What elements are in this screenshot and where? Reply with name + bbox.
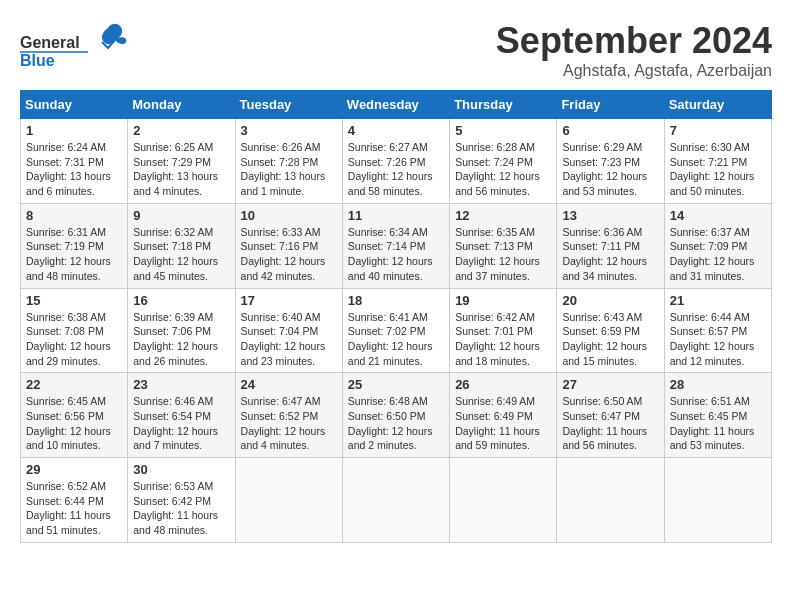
- day-number: 30: [133, 462, 229, 477]
- day-info: Sunrise: 6:53 AM Sunset: 6:42 PM Dayligh…: [133, 479, 229, 538]
- calendar-cell: 9 Sunrise: 6:32 AM Sunset: 7:18 PM Dayli…: [128, 203, 235, 288]
- day-info: Sunrise: 6:46 AM Sunset: 6:54 PM Dayligh…: [133, 394, 229, 453]
- calendar-cell: 20 Sunrise: 6:43 AM Sunset: 6:59 PM Dayl…: [557, 288, 664, 373]
- day-info: Sunrise: 6:32 AM Sunset: 7:18 PM Dayligh…: [133, 225, 229, 284]
- day-header-monday: Monday: [128, 91, 235, 119]
- day-info: Sunrise: 6:41 AM Sunset: 7:02 PM Dayligh…: [348, 310, 444, 369]
- calendar-cell: 17 Sunrise: 6:40 AM Sunset: 7:04 PM Dayl…: [235, 288, 342, 373]
- logo: General Blue: [20, 20, 130, 72]
- page-header: General Blue September 2024 Aghstafa, Ag…: [20, 20, 772, 80]
- day-header-saturday: Saturday: [664, 91, 771, 119]
- calendar-cell: 3 Sunrise: 6:26 AM Sunset: 7:28 PM Dayli…: [235, 119, 342, 204]
- calendar-cell: 22 Sunrise: 6:45 AM Sunset: 6:56 PM Dayl…: [21, 373, 128, 458]
- day-info: Sunrise: 6:39 AM Sunset: 7:06 PM Dayligh…: [133, 310, 229, 369]
- day-number: 5: [455, 123, 551, 138]
- day-number: 26: [455, 377, 551, 392]
- day-info: Sunrise: 6:27 AM Sunset: 7:26 PM Dayligh…: [348, 140, 444, 199]
- day-number: 9: [133, 208, 229, 223]
- calendar-cell: 15 Sunrise: 6:38 AM Sunset: 7:08 PM Dayl…: [21, 288, 128, 373]
- calendar-week-row: 1 Sunrise: 6:24 AM Sunset: 7:31 PM Dayli…: [21, 119, 772, 204]
- day-number: 4: [348, 123, 444, 138]
- day-info: Sunrise: 6:25 AM Sunset: 7:29 PM Dayligh…: [133, 140, 229, 199]
- logo-svg: General Blue: [20, 20, 130, 72]
- calendar-cell: 12 Sunrise: 6:35 AM Sunset: 7:13 PM Dayl…: [450, 203, 557, 288]
- calendar-cell: 13 Sunrise: 6:36 AM Sunset: 7:11 PM Dayl…: [557, 203, 664, 288]
- day-header-wednesday: Wednesday: [342, 91, 449, 119]
- calendar-cell: 10 Sunrise: 6:33 AM Sunset: 7:16 PM Dayl…: [235, 203, 342, 288]
- calendar-table: SundayMondayTuesdayWednesdayThursdayFrid…: [20, 90, 772, 543]
- day-info: Sunrise: 6:28 AM Sunset: 7:24 PM Dayligh…: [455, 140, 551, 199]
- calendar-cell: 8 Sunrise: 6:31 AM Sunset: 7:19 PM Dayli…: [21, 203, 128, 288]
- day-info: Sunrise: 6:31 AM Sunset: 7:19 PM Dayligh…: [26, 225, 122, 284]
- day-info: Sunrise: 6:33 AM Sunset: 7:16 PM Dayligh…: [241, 225, 337, 284]
- calendar-cell: 6 Sunrise: 6:29 AM Sunset: 7:23 PM Dayli…: [557, 119, 664, 204]
- day-info: Sunrise: 6:37 AM Sunset: 7:09 PM Dayligh…: [670, 225, 766, 284]
- calendar-cell: 25 Sunrise: 6:48 AM Sunset: 6:50 PM Dayl…: [342, 373, 449, 458]
- day-info: Sunrise: 6:24 AM Sunset: 7:31 PM Dayligh…: [26, 140, 122, 199]
- calendar-cell: 19 Sunrise: 6:42 AM Sunset: 7:01 PM Dayl…: [450, 288, 557, 373]
- day-number: 24: [241, 377, 337, 392]
- day-info: Sunrise: 6:47 AM Sunset: 6:52 PM Dayligh…: [241, 394, 337, 453]
- calendar-cell: 30 Sunrise: 6:53 AM Sunset: 6:42 PM Dayl…: [128, 458, 235, 543]
- day-number: 28: [670, 377, 766, 392]
- day-info: Sunrise: 6:45 AM Sunset: 6:56 PM Dayligh…: [26, 394, 122, 453]
- calendar-cell: 21 Sunrise: 6:44 AM Sunset: 6:57 PM Dayl…: [664, 288, 771, 373]
- day-header-friday: Friday: [557, 91, 664, 119]
- calendar-cell: 7 Sunrise: 6:30 AM Sunset: 7:21 PM Dayli…: [664, 119, 771, 204]
- calendar-cell: 4 Sunrise: 6:27 AM Sunset: 7:26 PM Dayli…: [342, 119, 449, 204]
- day-number: 12: [455, 208, 551, 223]
- calendar-cell: [235, 458, 342, 543]
- day-info: Sunrise: 6:42 AM Sunset: 7:01 PM Dayligh…: [455, 310, 551, 369]
- calendar-cell: 23 Sunrise: 6:46 AM Sunset: 6:54 PM Dayl…: [128, 373, 235, 458]
- calendar-week-row: 8 Sunrise: 6:31 AM Sunset: 7:19 PM Dayli…: [21, 203, 772, 288]
- calendar-cell: [342, 458, 449, 543]
- calendar-cell: [450, 458, 557, 543]
- day-number: 13: [562, 208, 658, 223]
- day-info: Sunrise: 6:38 AM Sunset: 7:08 PM Dayligh…: [26, 310, 122, 369]
- calendar-cell: 2 Sunrise: 6:25 AM Sunset: 7:29 PM Dayli…: [128, 119, 235, 204]
- calendar-week-row: 22 Sunrise: 6:45 AM Sunset: 6:56 PM Dayl…: [21, 373, 772, 458]
- location: Aghstafa, Agstafa, Azerbaijan: [496, 62, 772, 80]
- day-number: 8: [26, 208, 122, 223]
- day-info: Sunrise: 6:40 AM Sunset: 7:04 PM Dayligh…: [241, 310, 337, 369]
- day-info: Sunrise: 6:30 AM Sunset: 7:21 PM Dayligh…: [670, 140, 766, 199]
- calendar-week-row: 15 Sunrise: 6:38 AM Sunset: 7:08 PM Dayl…: [21, 288, 772, 373]
- day-info: Sunrise: 6:26 AM Sunset: 7:28 PM Dayligh…: [241, 140, 337, 199]
- day-number: 16: [133, 293, 229, 308]
- calendar-cell: 11 Sunrise: 6:34 AM Sunset: 7:14 PM Dayl…: [342, 203, 449, 288]
- day-number: 3: [241, 123, 337, 138]
- calendar-cell: 27 Sunrise: 6:50 AM Sunset: 6:47 PM Dayl…: [557, 373, 664, 458]
- day-info: Sunrise: 6:36 AM Sunset: 7:11 PM Dayligh…: [562, 225, 658, 284]
- day-number: 17: [241, 293, 337, 308]
- day-number: 23: [133, 377, 229, 392]
- calendar-cell: 24 Sunrise: 6:47 AM Sunset: 6:52 PM Dayl…: [235, 373, 342, 458]
- day-number: 21: [670, 293, 766, 308]
- day-info: Sunrise: 6:35 AM Sunset: 7:13 PM Dayligh…: [455, 225, 551, 284]
- day-number: 27: [562, 377, 658, 392]
- day-info: Sunrise: 6:48 AM Sunset: 6:50 PM Dayligh…: [348, 394, 444, 453]
- day-number: 25: [348, 377, 444, 392]
- calendar-cell: 26 Sunrise: 6:49 AM Sunset: 6:49 PM Dayl…: [450, 373, 557, 458]
- day-number: 10: [241, 208, 337, 223]
- day-info: Sunrise: 6:51 AM Sunset: 6:45 PM Dayligh…: [670, 394, 766, 453]
- day-info: Sunrise: 6:49 AM Sunset: 6:49 PM Dayligh…: [455, 394, 551, 453]
- day-header-tuesday: Tuesday: [235, 91, 342, 119]
- day-header-thursday: Thursday: [450, 91, 557, 119]
- day-number: 2: [133, 123, 229, 138]
- day-info: Sunrise: 6:43 AM Sunset: 6:59 PM Dayligh…: [562, 310, 658, 369]
- day-info: Sunrise: 6:50 AM Sunset: 6:47 PM Dayligh…: [562, 394, 658, 453]
- day-number: 11: [348, 208, 444, 223]
- calendar-cell: 14 Sunrise: 6:37 AM Sunset: 7:09 PM Dayl…: [664, 203, 771, 288]
- svg-text:General: General: [20, 34, 80, 51]
- day-number: 15: [26, 293, 122, 308]
- calendar-cell: 16 Sunrise: 6:39 AM Sunset: 7:06 PM Dayl…: [128, 288, 235, 373]
- day-number: 20: [562, 293, 658, 308]
- day-header-sunday: Sunday: [21, 91, 128, 119]
- day-number: 29: [26, 462, 122, 477]
- day-number: 1: [26, 123, 122, 138]
- calendar-cell: 1 Sunrise: 6:24 AM Sunset: 7:31 PM Dayli…: [21, 119, 128, 204]
- day-number: 22: [26, 377, 122, 392]
- day-number: 19: [455, 293, 551, 308]
- svg-text:Blue: Blue: [20, 52, 55, 69]
- day-info: Sunrise: 6:44 AM Sunset: 6:57 PM Dayligh…: [670, 310, 766, 369]
